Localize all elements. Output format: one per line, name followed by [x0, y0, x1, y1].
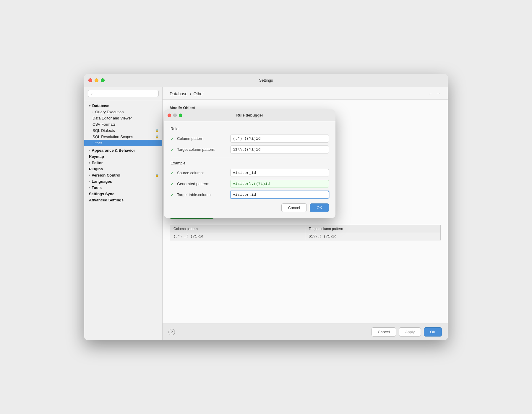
sidebar-item-advanced[interactable]: Advanced Settings — [84, 197, 162, 203]
sidebar-tree: ▾ Database › Query Execution Data Editor… — [84, 100, 162, 340]
cancel-button[interactable]: Cancel — [372, 327, 396, 337]
sidebar-item-data-editor[interactable]: Data Editor and Viewer — [84, 115, 162, 121]
minimize-button[interactable] — [95, 78, 98, 82]
sidebar-item-label: Advanced Settings — [89, 198, 124, 202]
dialog-footer: Cancel OK — [171, 203, 329, 212]
sidebar-item-tools[interactable]: › Tools — [84, 185, 162, 191]
breadcrumb: Database › Other — [170, 91, 204, 96]
dialog-body: Rule ✓ Column pattern: ✓ Target column p… — [164, 121, 335, 218]
breadcrumb-parent: Database — [170, 91, 187, 96]
sidebar-item-label: Plugins — [89, 167, 103, 171]
sidebar-item-label: Database — [92, 104, 109, 108]
target-column-pattern-row: ✓ Target column pattern: — [171, 145, 329, 153]
check-icon: ✓ — [171, 182, 174, 186]
rule-section-label: Rule — [171, 127, 329, 131]
vfk-table-header: Column pattern Target column pattern — [170, 225, 441, 233]
bottom-buttons: Cancel Apply OK — [372, 327, 442, 337]
search-bar: ⌕ — [84, 87, 162, 100]
help-button[interactable]: ? — [168, 329, 175, 335]
sidebar-item-settings-sync[interactable]: Settings Sync — [84, 191, 162, 197]
dialog-title: Rule debugger — [236, 113, 263, 117]
example-section-label: Example — [171, 161, 329, 165]
sidebar-item-label: Tools — [92, 185, 102, 190]
close-button[interactable] — [88, 78, 92, 82]
chevron-right-icon: › — [89, 186, 90, 189]
col-header-target: Target column pattern — [305, 225, 441, 233]
search-input-wrap[interactable]: ⌕ — [88, 90, 159, 97]
sidebar-item-keymap[interactable]: Keymap — [84, 153, 162, 160]
target-column-pattern-label: Target column pattern: — [177, 147, 227, 152]
sidebar-item-appearance[interactable]: › Appearance & Behavior — [84, 147, 162, 153]
sidebar-item-version-control[interactable]: › Version Control 🔒 — [84, 172, 162, 178]
source-column-row: ✓ Source column: — [171, 169, 329, 177]
maximize-button[interactable] — [101, 78, 105, 82]
dialog-max-button[interactable] — [179, 114, 182, 117]
dialog-traffic-lights — [168, 114, 182, 117]
apply-button[interactable]: Apply — [399, 327, 421, 337]
check-icon: ✓ — [171, 136, 174, 141]
sidebar-item-query-execution[interactable]: › Query Execution — [84, 109, 162, 115]
sidebar-item-other[interactable]: Other — [84, 140, 162, 146]
column-pattern-row: ✓ Column pattern: — [171, 135, 329, 143]
forward-arrow-icon[interactable]: → — [436, 91, 441, 96]
sidebar-item-sql-dialects[interactable]: SQL Dialects 🔒 — [84, 127, 162, 134]
settings-window: Settings ⌕ ▾ Database › Query Execution — [84, 74, 448, 340]
sidebar-item-label: Keymap — [89, 154, 104, 159]
sidebar-item-label: Other — [93, 141, 102, 145]
sidebar-item-label: SQL Resolution Scopes — [93, 135, 133, 139]
bottom-bar: ? Cancel Apply OK — [163, 324, 448, 340]
sidebar-item-label: CSV Formats — [93, 122, 116, 127]
breadcrumb-current: Other — [194, 91, 204, 96]
window-title: Settings — [259, 78, 273, 83]
sidebar-item-label: Version Control — [92, 173, 120, 177]
sidebar-item-label: SQL Dialects — [93, 128, 115, 133]
ok-button[interactable]: OK — [424, 327, 442, 337]
nav-arrows: ← → — [428, 91, 441, 96]
generated-pattern-row: ✓ Generated pattern: — [171, 180, 329, 188]
table-cell-pattern: (.*) _( (?i)id — [170, 233, 305, 240]
sidebar-item-editor[interactable]: › Editor — [84, 160, 162, 166]
source-column-input[interactable] — [230, 169, 329, 177]
check-icon: ✓ — [171, 171, 174, 175]
sidebar-item-plugins[interactable]: Plugins — [84, 166, 162, 172]
target-column-pattern-input[interactable] — [230, 145, 329, 153]
dialog-close-button[interactable] — [168, 114, 171, 117]
sidebar-item-label: Query Execution — [95, 110, 124, 114]
dialog-cancel-button[interactable]: Cancel — [281, 203, 307, 212]
lock-icon: 🔒 — [155, 135, 159, 138]
column-pattern-input[interactable] — [230, 135, 329, 143]
source-column-label: Source column: — [177, 171, 227, 175]
lock-icon: 🔒 — [155, 129, 159, 132]
chevron-right-icon: › — [89, 174, 90, 177]
check-icon: ✓ — [171, 147, 174, 152]
chevron-right-icon: › — [89, 161, 90, 164]
chevron-down-icon: ▾ — [89, 104, 90, 107]
sidebar-item-label: Languages — [92, 179, 112, 184]
chevron-right-icon: › — [93, 110, 93, 114]
search-input[interactable] — [94, 91, 156, 96]
check-icon: ✓ — [171, 193, 174, 197]
traffic-lights — [88, 78, 105, 82]
titlebar: Settings — [84, 74, 448, 87]
sidebar: ⌕ ▾ Database › Query Execution Data Edit… — [84, 87, 163, 340]
generated-pattern-input[interactable] — [230, 180, 329, 188]
sidebar-item-csv-formats[interactable]: CSV Formats — [84, 121, 162, 127]
dialog-ok-button[interactable]: OK — [310, 203, 329, 212]
main-header: Database › Other ← → — [163, 87, 448, 100]
target-table-column-input[interactable] — [230, 191, 329, 199]
sidebar-item-label: Appearance & Behavior — [92, 148, 135, 153]
table-row: (.*) _( (?i)id $1\\.( (?i)id — [170, 233, 441, 240]
lock-icon: 🔒 — [155, 174, 159, 177]
sidebar-item-label: Settings Sync — [89, 192, 114, 196]
column-pattern-label: Column pattern: — [177, 136, 227, 141]
col-header-pattern: Column pattern — [170, 225, 305, 233]
sidebar-item-database[interactable]: ▾ Database — [84, 103, 162, 109]
sidebar-item-languages[interactable]: › Languages — [84, 178, 162, 185]
dialog-min-button[interactable] — [173, 114, 177, 117]
table-cell-target: $1\\.( (?i)id — [305, 233, 441, 240]
breadcrumb-separator: › — [190, 91, 191, 96]
dialog-divider — [171, 157, 329, 157]
back-arrow-icon[interactable]: ← — [428, 91, 432, 96]
sidebar-item-sql-resolution[interactable]: SQL Resolution Scopes 🔒 — [84, 134, 162, 140]
rule-debugger-dialog: Rule debugger Rule ✓ Column pattern: ✓ T… — [164, 109, 335, 218]
